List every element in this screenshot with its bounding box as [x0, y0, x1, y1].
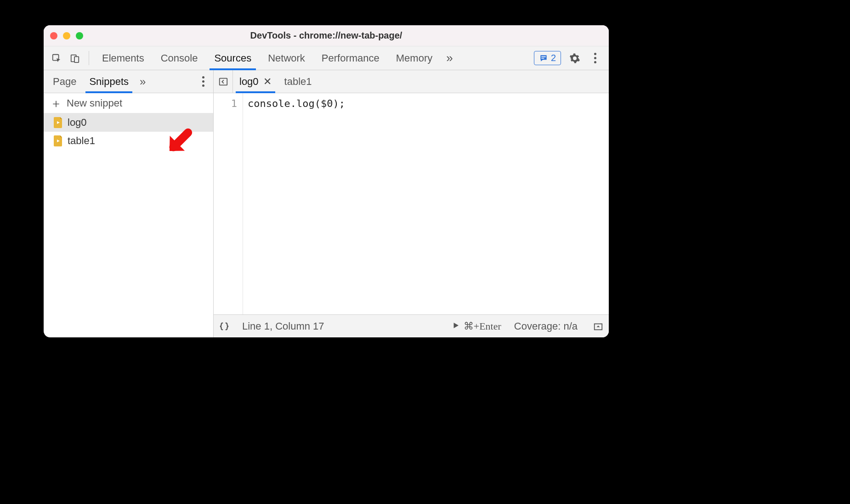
separator: [89, 51, 89, 65]
device-toolbar-icon[interactable]: [66, 46, 84, 70]
editor-statusbar: Line 1, Column 17 ⌘+Enter Coverage: n/a: [214, 314, 609, 337]
tab-network[interactable]: Network: [260, 46, 313, 70]
close-tab-icon[interactable]: ✕: [263, 76, 272, 88]
devtools-window: DevTools - chrome://new-tab-page/ Elemen…: [44, 25, 609, 337]
svg-rect-2: [74, 56, 79, 62]
plus-icon: ＋: [50, 97, 62, 109]
line-number: 1: [214, 98, 237, 109]
editor-panel: log0 ✕ table1 1 console.log($0);: [214, 70, 609, 337]
snippet-item[interactable]: table1: [44, 132, 213, 150]
titlebar: DevTools - chrome://new-tab-page/: [44, 25, 609, 46]
navigate-back-icon[interactable]: [214, 70, 233, 93]
tab-memory[interactable]: Memory: [388, 46, 441, 70]
panel-tabs: Elements Console Sources Network Perform…: [94, 46, 459, 70]
editor-tab-label: table1: [284, 76, 312, 88]
messages-count: 2: [551, 53, 556, 63]
svg-rect-3: [219, 78, 227, 85]
editor-tab[interactable]: table1: [278, 70, 318, 93]
tab-sources[interactable]: Sources: [206, 46, 260, 70]
run-snippet-button[interactable]: ⌘+Enter: [452, 320, 501, 332]
inspect-element-icon[interactable]: [47, 46, 66, 70]
snippet-name: log0: [68, 117, 87, 129]
minimize-window-button[interactable]: [63, 32, 70, 39]
tab-label: Console: [161, 52, 198, 64]
tab-label: Elements: [102, 52, 144, 64]
navigator-panel: Page Snippets » ＋ New snippet log0: [44, 70, 214, 337]
content: Page Snippets » ＋ New snippet log0: [44, 70, 609, 337]
tab-elements[interactable]: Elements: [94, 46, 153, 70]
navigator-more-icon[interactable]: »: [135, 70, 150, 93]
snippet-name: table1: [68, 135, 95, 147]
new-snippet-label: New snippet: [67, 97, 122, 109]
window-title: DevTools - chrome://new-tab-page/: [44, 30, 609, 41]
snippet-list: log0 table1: [44, 113, 213, 337]
editor-tabs: log0 ✕ table1: [214, 70, 609, 93]
play-icon: [452, 320, 460, 332]
main-toolbar: Elements Console Sources Network Perform…: [44, 46, 609, 70]
window-controls: [50, 32, 83, 39]
tab-label: Performance: [322, 52, 380, 64]
snippet-item[interactable]: log0: [44, 113, 213, 132]
editor-tab-label: log0: [239, 76, 259, 88]
kebab-menu-icon[interactable]: [585, 46, 605, 70]
tab-performance[interactable]: Performance: [313, 46, 388, 70]
more-tabs-icon[interactable]: »: [441, 46, 458, 70]
code-content[interactable]: console.log($0);: [243, 93, 609, 314]
pretty-print-icon[interactable]: [219, 321, 229, 331]
navigator-tab-page[interactable]: Page: [46, 70, 83, 93]
messages-badge[interactable]: 2: [534, 51, 561, 65]
tab-label: Snippets: [89, 76, 129, 88]
snippet-file-icon: [54, 135, 63, 146]
editor-tab[interactable]: log0 ✕: [233, 70, 278, 93]
navigator-kebab-icon[interactable]: [193, 70, 213, 93]
tab-label: Memory: [396, 52, 432, 64]
coverage-status: Coverage: n/a: [514, 320, 578, 332]
code-editor[interactable]: 1 console.log($0);: [214, 93, 609, 314]
tab-label: Page: [53, 76, 76, 88]
close-window-button[interactable]: [50, 32, 57, 39]
tab-label: Network: [268, 52, 305, 64]
chat-icon: [539, 54, 548, 63]
toggle-drawer-icon[interactable]: [593, 321, 603, 331]
new-snippet-button[interactable]: ＋ New snippet: [44, 93, 213, 113]
tab-console[interactable]: Console: [153, 46, 206, 70]
navigator-tab-snippets[interactable]: Snippets: [83, 70, 135, 93]
cursor-position: Line 1, Column 17: [242, 320, 324, 332]
run-shortcut: ⌘+Enter: [464, 320, 501, 332]
tab-label: Sources: [214, 52, 251, 64]
zoom-window-button[interactable]: [76, 32, 83, 39]
settings-icon[interactable]: [565, 46, 585, 70]
line-gutter: 1: [214, 93, 243, 314]
code-line: console.log($0);: [248, 98, 345, 109]
navigator-tabs: Page Snippets »: [44, 70, 213, 93]
snippet-file-icon: [54, 117, 63, 128]
